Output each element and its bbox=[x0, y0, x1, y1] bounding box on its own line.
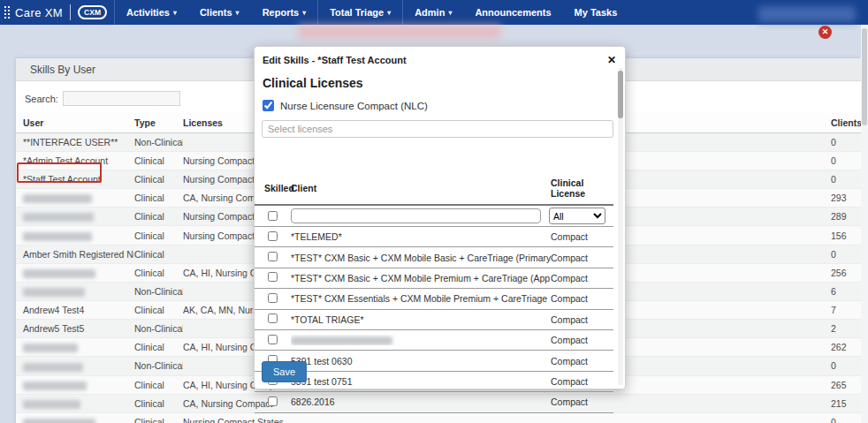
column-header-type[interactable]: Type bbox=[134, 113, 183, 133]
skilled-checkbox[interactable] bbox=[268, 313, 278, 323]
top-navbar: Care XM CXM Activities▾Clients▾Reports▾T… bbox=[0, 0, 868, 25]
cell-clients: 156 bbox=[827, 226, 862, 245]
cell-user bbox=[16, 375, 134, 394]
cell-type: Non-Clinical bbox=[134, 320, 183, 338]
cell-user bbox=[16, 412, 134, 423]
user-account-redacted bbox=[758, 6, 856, 22]
brand-cxm-badge: CXM bbox=[78, 5, 107, 19]
cell-type: Clinical bbox=[134, 375, 183, 394]
skilled-checkbox[interactable] bbox=[268, 231, 278, 241]
table-row[interactable]: ClinicalNursing Compact States0 bbox=[16, 412, 862, 423]
redacted-user-name bbox=[23, 419, 95, 423]
cell-user bbox=[16, 394, 134, 412]
nav-item-reports[interactable]: Reports▾ bbox=[251, 0, 318, 25]
cell-clinical-license: Compact bbox=[551, 335, 613, 345]
cell-user bbox=[16, 357, 134, 375]
cell-client: 6826.2016 bbox=[291, 397, 551, 407]
cell-licenses: Nursing Compact States bbox=[183, 412, 827, 423]
cell-type: Non-Clinical bbox=[134, 282, 183, 300]
cell-skilled bbox=[255, 231, 291, 243]
nav-item-my-tasks[interactable]: My Tasks bbox=[563, 0, 629, 25]
select-licenses-input[interactable] bbox=[262, 120, 613, 138]
cell-clients: 0 bbox=[827, 133, 862, 152]
close-circle-icon[interactable]: ✕ bbox=[819, 26, 832, 39]
cell-client: *TEST* CXM Basic + CXM Mobile Premium + … bbox=[291, 273, 551, 283]
cell-clinical-license: Compact bbox=[551, 314, 613, 325]
redacted-user-name bbox=[23, 344, 78, 352]
cell-clients: 293 bbox=[827, 189, 862, 208]
cell-type: Clinical bbox=[134, 394, 183, 412]
cell-clinical-license: Compact bbox=[551, 376, 613, 387]
cell-clinical-license: Compact bbox=[551, 397, 613, 407]
cell-clients: 0 bbox=[827, 245, 862, 263]
nav-item-activities[interactable]: Activities▾ bbox=[115, 0, 188, 25]
cell-type: Non-Clinical bbox=[134, 357, 183, 375]
modal-client-row: 5391 test 0751Compact bbox=[255, 372, 613, 392]
cell-clients: 0 bbox=[827, 412, 862, 423]
brand-logo[interactable]: Care XM CXM bbox=[0, 0, 114, 25]
modal-client-row: *TELEMED*Compact bbox=[255, 227, 613, 247]
edit-skills-modal: Edit Skills - *Staff Test Account ✕ Clin… bbox=[254, 46, 626, 389]
skilled-checkbox[interactable] bbox=[268, 272, 278, 282]
brand-separator bbox=[70, 4, 71, 20]
modal-client-row: *TOTAL TRIAGE*Compact bbox=[255, 310, 613, 330]
modal-client-row: *TEST* CXM Basic + CXM Mobile Premium + … bbox=[255, 268, 613, 289]
nav-item-clients[interactable]: Clients▾ bbox=[188, 0, 251, 25]
search-input[interactable] bbox=[63, 91, 180, 106]
cell-clinical-license: Compact bbox=[551, 293, 613, 304]
nav-item-announcements[interactable]: Announcements bbox=[463, 0, 562, 25]
cell-type: Non-Clinical bbox=[134, 133, 183, 152]
column-header-user[interactable]: User bbox=[16, 113, 134, 133]
cell-type: Clinical bbox=[134, 338, 183, 357]
caret-down-icon: ▾ bbox=[236, 9, 240, 17]
search-label: Search: bbox=[25, 94, 58, 104]
cell-type: Clinical bbox=[134, 208, 183, 226]
cell-skilled bbox=[255, 397, 291, 408]
cell-client: 5391 test 0751 bbox=[291, 376, 551, 387]
caret-down-icon: ▾ bbox=[448, 9, 452, 17]
client-filter-input[interactable] bbox=[291, 208, 541, 223]
modal-client-row: Compact bbox=[255, 330, 613, 351]
modal-scrollbar[interactable] bbox=[618, 68, 623, 385]
redacted-user-name bbox=[23, 288, 85, 297]
cell-type: Clinical bbox=[134, 412, 183, 423]
save-button[interactable]: Save bbox=[262, 361, 307, 382]
select-all-checkbox[interactable] bbox=[268, 211, 278, 221]
cell-clinical-license: Compact bbox=[551, 231, 613, 242]
skilled-checkbox[interactable] bbox=[268, 293, 278, 303]
cell-clients: 6 bbox=[827, 282, 862, 300]
brand-name: Care XM bbox=[15, 6, 63, 19]
modal-scrollbar-thumb[interactable] bbox=[618, 71, 623, 118]
cell-user bbox=[16, 208, 134, 226]
cell-clients: 289 bbox=[827, 208, 862, 226]
nlc-checkbox[interactable] bbox=[263, 100, 274, 111]
cell-clients: 2 bbox=[827, 320, 862, 338]
modal-close-icon[interactable]: ✕ bbox=[607, 55, 616, 65]
cell-clients: 0 bbox=[827, 152, 862, 170]
redacted-client-name bbox=[291, 336, 392, 345]
column-header-clients[interactable]: Clients bbox=[827, 113, 862, 133]
cell-clients: 256 bbox=[827, 263, 862, 282]
page-scrollbar[interactable] bbox=[861, 25, 868, 423]
redacted-user-name bbox=[23, 232, 92, 241]
page-scrollbar-thumb[interactable] bbox=[862, 28, 867, 125]
nav-item-admin[interactable]: Admin▾ bbox=[403, 0, 463, 25]
skilled-checkbox[interactable] bbox=[268, 397, 278, 406]
modal-table-header: Skilled Client Clinical License bbox=[255, 178, 613, 206]
modal-client-table: Skilled Client Clinical License All *TEL… bbox=[255, 178, 613, 413]
cell-user bbox=[16, 263, 134, 282]
skilled-checkbox[interactable] bbox=[268, 252, 278, 261]
nlc-label: Nurse Licensure Compact (NLC) bbox=[280, 101, 428, 111]
cell-type: Clinical bbox=[134, 263, 183, 282]
cell-clients: 7 bbox=[827, 301, 862, 320]
caret-down-icon: ▾ bbox=[302, 9, 306, 17]
cell-user bbox=[16, 282, 134, 300]
skilled-checkbox[interactable] bbox=[268, 335, 278, 344]
redacted-user-name bbox=[23, 213, 94, 222]
nav-item-total-triage[interactable]: Total Triage▾ bbox=[318, 0, 402, 25]
cell-user: Amber Smith Registered Nurse bbox=[16, 245, 134, 263]
cell-skilled bbox=[255, 272, 291, 283]
cell-type: Clinical bbox=[134, 152, 183, 170]
column-header-skilled: Skilled bbox=[255, 183, 291, 193]
license-filter-select[interactable]: All bbox=[549, 208, 605, 224]
